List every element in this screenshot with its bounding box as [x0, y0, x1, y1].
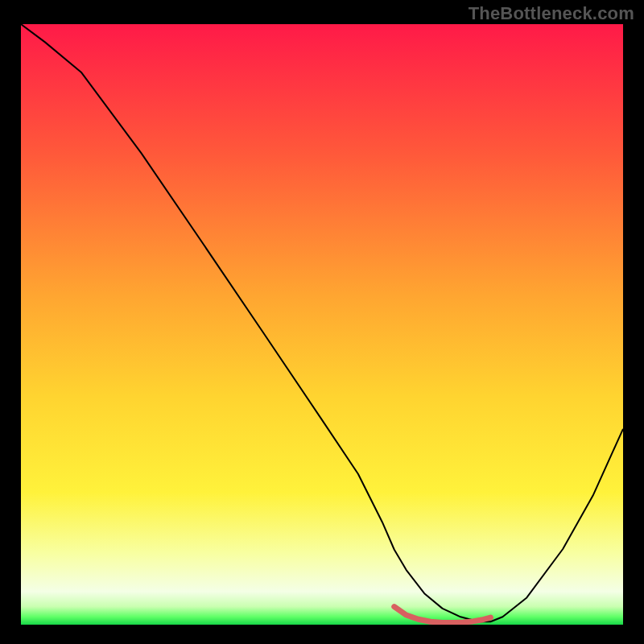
watermark-text: TheBottleneck.com — [469, 3, 634, 24]
chart-svg — [21, 24, 623, 625]
chart-background — [21, 24, 623, 625]
chart-container: TheBottleneck.com — [0, 0, 644, 644]
chart-plot-area — [21, 24, 623, 625]
